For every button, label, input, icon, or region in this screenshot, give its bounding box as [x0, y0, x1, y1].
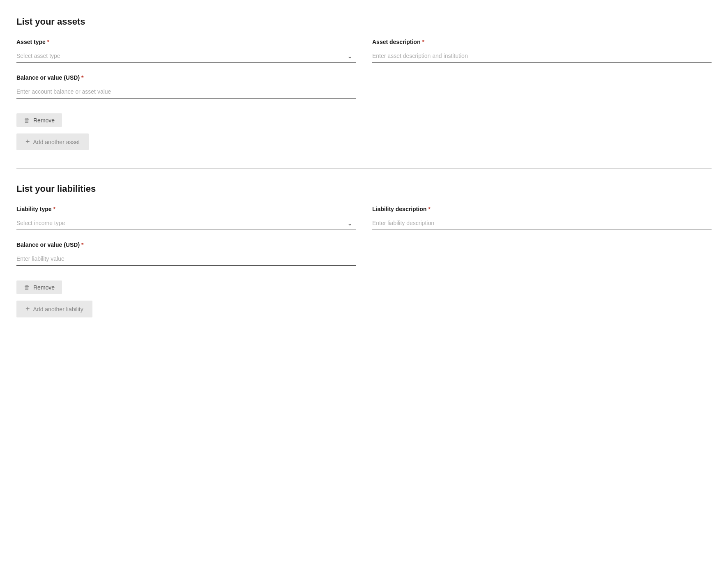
liabilities-section: List your liabilities Liability type * S… — [16, 184, 712, 321]
asset-description-required: * — [422, 39, 424, 45]
liability-description-required: * — [428, 206, 430, 212]
asset-type-select-wrapper: Select asset type Checking Account Savin… — [16, 49, 356, 63]
liability-description-input[interactable] — [372, 216, 712, 230]
liabilities-section-title: List your liabilities — [16, 184, 712, 194]
liability-type-label: Liability type * — [16, 206, 356, 212]
liability-description-label: Liability description * — [372, 206, 712, 212]
section-divider — [16, 168, 712, 169]
asset-type-select[interactable]: Select asset type Checking Account Savin… — [16, 49, 356, 63]
asset-description-group: Asset description * — [372, 39, 712, 63]
add-asset-plus-icon: + — [25, 138, 30, 146]
asset-trash-icon: 🗑 — [24, 117, 30, 124]
asset-balance-group: Balance or value (USD) * — [16, 74, 356, 99]
add-another-liability-button[interactable]: + Add another liability — [16, 301, 92, 317]
liability-balance-group: Balance or value (USD) * — [16, 241, 356, 266]
liability-type-select-wrapper: Select income type Mortgage Auto Loan St… — [16, 216, 356, 230]
asset-description-label: Asset description * — [372, 39, 712, 45]
asset-description-input[interactable] — [372, 49, 712, 63]
liability-type-select[interactable]: Select income type Mortgage Auto Loan St… — [16, 216, 356, 230]
asset-balance-label: Balance or value (USD) * — [16, 74, 356, 81]
asset-type-required: * — [47, 39, 49, 45]
liability-balance-spacer — [372, 241, 712, 266]
asset-balance-spacer — [372, 74, 712, 99]
liability-balance-required: * — [81, 241, 83, 248]
liability-balance-input[interactable] — [16, 252, 356, 266]
asset-remove-button[interactable]: 🗑 Remove — [16, 113, 62, 127]
asset-balance-row: Balance or value (USD) * — [16, 74, 712, 99]
liability-remove-button[interactable]: 🗑 Remove — [16, 280, 62, 294]
liability-type-required: * — [53, 206, 55, 212]
assets-section: List your assets Asset type * Select ass… — [16, 16, 712, 154]
asset-type-group: Asset type * Select asset type Checking … — [16, 39, 356, 63]
add-another-asset-button[interactable]: + Add another asset — [16, 133, 89, 150]
liability-type-description-row: Liability type * Select income type Mort… — [16, 206, 712, 230]
liability-description-group: Liability description * — [372, 206, 712, 230]
liability-balance-row: Balance or value (USD) * — [16, 241, 712, 266]
asset-type-label: Asset type * — [16, 39, 356, 45]
asset-type-description-row: Asset type * Select asset type Checking … — [16, 39, 712, 63]
liability-trash-icon: 🗑 — [24, 284, 30, 291]
liability-type-group: Liability type * Select income type Mort… — [16, 206, 356, 230]
assets-section-title: List your assets — [16, 16, 712, 27]
asset-balance-input[interactable] — [16, 85, 356, 99]
add-liability-plus-icon: + — [25, 305, 30, 313]
asset-balance-required: * — [81, 74, 83, 81]
liability-balance-label: Balance or value (USD) * — [16, 241, 356, 248]
